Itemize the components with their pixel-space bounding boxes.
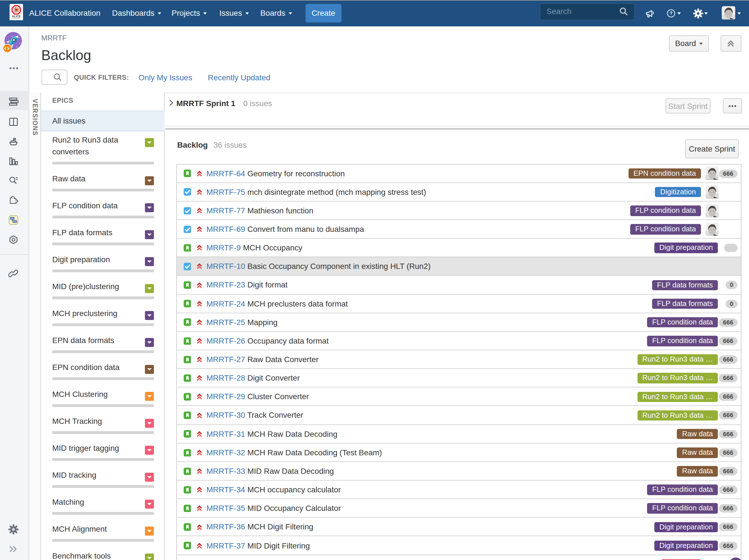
svg-text:ALICE: ALICE xyxy=(12,15,20,18)
svg-text:?: ? xyxy=(669,11,672,16)
